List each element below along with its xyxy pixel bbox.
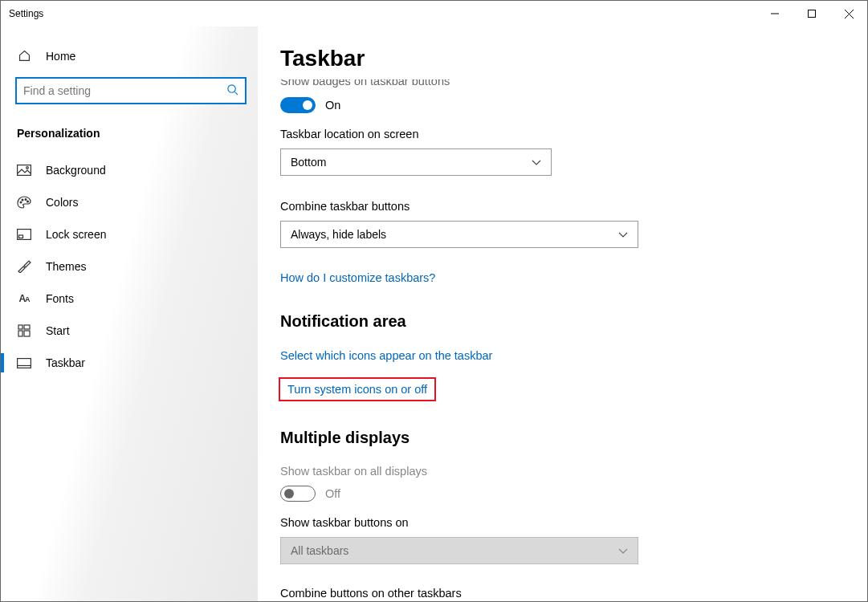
location-label: Taskbar location on screen [280, 128, 829, 140]
minimize-button[interactable] [756, 1, 793, 26]
window-title: Settings [9, 8, 43, 19]
chevron-down-icon [618, 228, 628, 241]
svg-point-9 [22, 199, 23, 201]
window-body: Home Personalization Background Colors [1, 26, 867, 601]
svg-rect-13 [19, 235, 23, 238]
sidebar-item-colors[interactable]: Colors [1, 186, 258, 218]
svg-rect-16 [18, 331, 22, 336]
start-icon [17, 324, 31, 337]
close-icon [845, 10, 854, 18]
chevron-down-icon [532, 156, 541, 169]
combine-value: Always, hide labels [291, 228, 386, 241]
svg-rect-18 [18, 358, 31, 368]
lockscreen-icon [17, 229, 31, 240]
chevron-down-icon [618, 544, 628, 557]
sidebar-item-label: Themes [46, 260, 87, 273]
svg-point-8 [20, 201, 22, 203]
multi-toggle-row: Off [280, 486, 829, 502]
page-title: Taskbar [280, 46, 829, 71]
notification-heading: Notification area [280, 312, 829, 331]
multi-buttons-select[interactable]: All taskbars [280, 537, 638, 564]
sidebar-item-label: Lock screen [46, 228, 106, 241]
multiple-displays-heading: Multiple displays [280, 429, 829, 447]
svg-rect-17 [24, 331, 30, 336]
multi-show-label: Show taskbar on all displays [280, 465, 829, 478]
home-label: Home [46, 50, 75, 63]
svg-point-11 [27, 201, 29, 202]
search-input[interactable] [23, 84, 226, 97]
palette-icon [17, 196, 31, 209]
sidebar-item-label: Colors [46, 196, 78, 209]
home-icon [17, 49, 31, 63]
svg-point-7 [26, 167, 29, 169]
titlebar: Settings [1, 1, 867, 26]
sidebar-item-fonts[interactable]: AA Fonts [1, 283, 258, 315]
sidebar-item-lockscreen[interactable]: Lock screen [1, 218, 258, 250]
svg-rect-6 [18, 165, 31, 176]
sidebar-item-taskbar[interactable]: Taskbar [1, 347, 258, 379]
sidebar: Home Personalization Background Colors [1, 26, 258, 601]
sidebar-item-themes[interactable]: Themes [1, 250, 258, 283]
location-value: Bottom [291, 156, 326, 169]
combine-select[interactable]: Always, hide labels [280, 221, 638, 248]
combine-label: Combine taskbar buttons [280, 200, 829, 213]
help-link[interactable]: How do I customize taskbars? [280, 271, 435, 284]
svg-rect-14 [18, 325, 22, 329]
sidebar-section-label: Personalization [1, 112, 258, 154]
minimize-icon [771, 10, 779, 18]
multi-combine-label: Combine buttons on other taskbars [280, 587, 829, 600]
maximize-icon [808, 10, 816, 18]
svg-point-4 [228, 84, 235, 92]
home-nav[interactable]: Home [1, 43, 258, 69]
badges-toggle-state: On [325, 99, 340, 112]
sidebar-item-label: Start [46, 324, 70, 337]
badges-toggle[interactable] [280, 97, 316, 113]
sidebar-item-label: Taskbar [46, 356, 85, 369]
svg-rect-1 [809, 10, 816, 18]
system-icons-link[interactable]: Turn system icons on or off [279, 377, 436, 401]
close-button[interactable] [830, 1, 867, 26]
multi-buttons-value: All taskbars [291, 544, 348, 557]
badges-toggle-row: On [280, 97, 829, 113]
select-icons-link[interactable]: Select which icons appear on the taskbar [280, 349, 492, 362]
settings-window: Settings Home [0, 0, 868, 602]
svg-point-10 [25, 199, 26, 201]
sidebar-item-label: Fonts [46, 292, 74, 305]
fonts-icon: AA [17, 293, 31, 304]
multi-buttons-label: Show taskbar buttons on [280, 516, 829, 529]
taskbar-icon [17, 358, 31, 368]
window-controls [756, 1, 867, 26]
content-pane: Taskbar Show badges on taskbar buttons O… [258, 26, 867, 601]
search-box[interactable] [15, 77, 247, 104]
multi-toggle-state: Off [325, 487, 340, 500]
location-select[interactable]: Bottom [280, 148, 552, 176]
svg-rect-15 [24, 325, 30, 329]
multi-show-toggle[interactable] [280, 486, 316, 502]
picture-icon [17, 165, 31, 176]
maximize-button[interactable] [793, 1, 830, 26]
svg-line-5 [234, 92, 238, 95]
sidebar-item-start[interactable]: Start [1, 315, 258, 347]
sidebar-item-label: Background [46, 164, 106, 177]
search-icon [226, 83, 238, 99]
sidebar-item-background[interactable]: Background [1, 154, 258, 186]
themes-icon [17, 260, 31, 273]
